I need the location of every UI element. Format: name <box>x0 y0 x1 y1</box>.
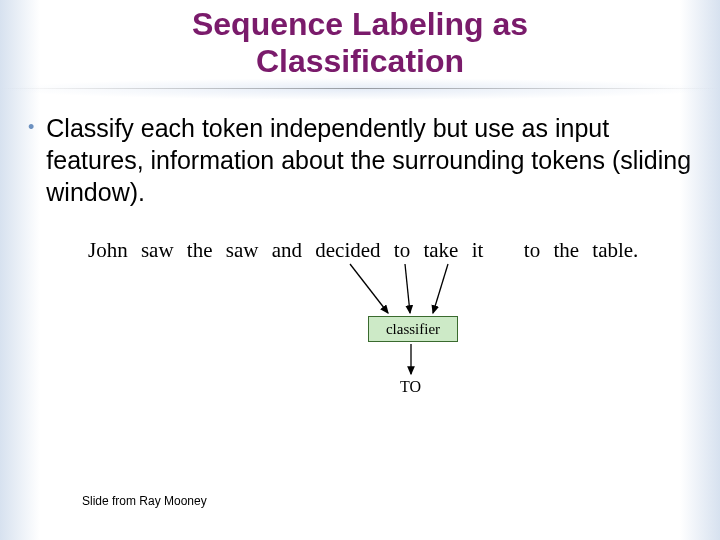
title-line-1: Sequence Labeling as <box>192 6 528 42</box>
bullet-item: • Classify each token independently but … <box>28 112 692 208</box>
diagram: John saw the saw and decided to take it … <box>88 238 692 438</box>
slide-credit: Slide from Ray Mooney <box>82 494 207 508</box>
title-separator <box>0 88 720 89</box>
slide-title: Sequence Labeling as Classification <box>0 0 720 92</box>
bullet-text: Classify each token independently but us… <box>46 112 692 208</box>
output-tag: TO <box>400 378 421 396</box>
svg-line-2 <box>433 264 448 313</box>
title-line-2: Classification <box>256 43 464 79</box>
classifier-box: classifier <box>368 316 458 342</box>
slide-body: • Classify each token independently but … <box>0 92 720 438</box>
svg-line-1 <box>405 264 410 313</box>
bullet-dot-icon: • <box>28 112 34 142</box>
svg-line-0 <box>350 264 388 313</box>
classifier-label: classifier <box>386 321 440 337</box>
